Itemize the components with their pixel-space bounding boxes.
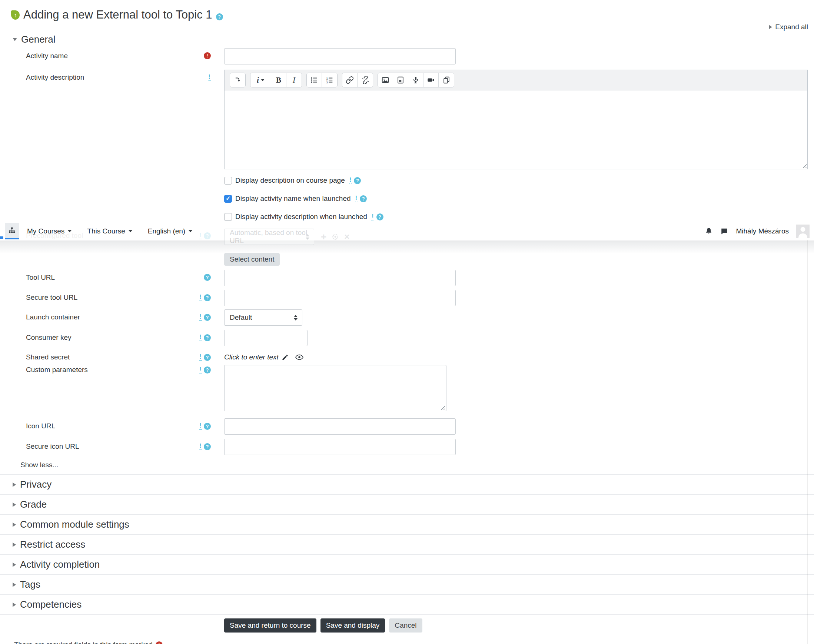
section-header-privacy[interactable]: Privacy bbox=[0, 475, 814, 495]
resize-grip[interactable] bbox=[802, 163, 806, 168]
insert-image-button[interactable] bbox=[378, 73, 393, 87]
chevron-right-icon bbox=[12, 603, 16, 607]
page: ↑ Adding a new External tool to Topic 1 … bbox=[0, 0, 814, 644]
activity-name-label: Activity name bbox=[26, 48, 198, 60]
advanced-icon: ! bbox=[349, 177, 352, 184]
expand-all-link[interactable]: Expand all bbox=[769, 23, 808, 31]
secure-icon-url-input[interactable] bbox=[224, 439, 456, 455]
editor-toolbar: i B I 123 bbox=[225, 70, 807, 90]
row-activity-name: Activity name ! bbox=[0, 48, 814, 64]
activity-description-label: Activity description bbox=[26, 70, 198, 81]
section-header-activity-completion[interactable]: Activity completion bbox=[0, 555, 814, 575]
edit-pencil-icon[interactable] bbox=[282, 354, 289, 361]
custom-parameters-textarea[interactable] bbox=[224, 365, 446, 411]
paragraph-styles-button[interactable]: i bbox=[250, 73, 271, 87]
save-and-return-button[interactable]: Save and return to course bbox=[224, 618, 316, 633]
select-content-button[interactable]: Select content bbox=[224, 253, 280, 266]
consumer-key-input[interactable] bbox=[224, 330, 308, 346]
shared-secret-value[interactable]: Click to enter text bbox=[224, 353, 279, 361]
display-description-checkbox[interactable] bbox=[224, 177, 232, 184]
chevron-right-icon bbox=[12, 543, 16, 547]
secure-tool-url-input[interactable] bbox=[224, 290, 456, 306]
show-less-link[interactable]: Show less... bbox=[20, 461, 814, 471]
checkbox-label: Display activity description when launch… bbox=[235, 213, 367, 221]
display-activity-name-checkbox[interactable] bbox=[224, 195, 232, 203]
advanced-icon: ! bbox=[199, 443, 202, 450]
chevron-right-icon bbox=[12, 563, 16, 567]
icon-url-label: Icon URL bbox=[26, 419, 198, 430]
unlink-button[interactable] bbox=[357, 73, 373, 87]
chevron-right-icon bbox=[12, 503, 16, 507]
help-icon[interactable]: ? bbox=[204, 294, 211, 301]
icon-url-input[interactable] bbox=[224, 419, 456, 435]
help-icon[interactable]: ? bbox=[204, 443, 211, 450]
editor-textarea[interactable] bbox=[225, 90, 807, 169]
tool-url-input[interactable] bbox=[224, 270, 456, 286]
delete-preconfigured-tool-icon[interactable]: × bbox=[344, 232, 350, 241]
section-header-general[interactable]: General bbox=[0, 32, 814, 46]
row-secure-icon-url: Secure icon URL !? bbox=[0, 439, 814, 455]
ordered-list-button[interactable]: 123 bbox=[322, 73, 337, 87]
help-icon[interactable]: ? bbox=[354, 177, 361, 184]
help-icon[interactable]: ? bbox=[360, 195, 367, 202]
chevron-right-icon bbox=[12, 523, 16, 527]
link-button[interactable] bbox=[342, 73, 357, 87]
chevron-right-icon bbox=[769, 25, 772, 29]
help-icon[interactable]: ? bbox=[204, 232, 211, 239]
chevron-right-icon bbox=[12, 583, 16, 587]
svg-text:3: 3 bbox=[326, 81, 328, 84]
help-icon[interactable]: ? bbox=[204, 274, 211, 281]
help-icon[interactable]: ? bbox=[216, 13, 223, 20]
chevron-down-icon bbox=[12, 38, 17, 41]
record-video-button[interactable] bbox=[423, 73, 439, 87]
row-custom-parameters: Custom parameters !? bbox=[0, 365, 814, 413]
record-audio-button[interactable] bbox=[408, 73, 423, 87]
bold-button[interactable]: B bbox=[271, 73, 287, 87]
page-title: Adding a new External tool to Topic 1 bbox=[23, 8, 212, 21]
secure-icon-url-label: Secure icon URL bbox=[26, 439, 198, 451]
section-header-competencies[interactable]: Competencies bbox=[0, 595, 814, 615]
secure-tool-url-label: Secure tool URL bbox=[26, 290, 198, 302]
unmask-eye-icon[interactable] bbox=[295, 354, 304, 360]
help-icon[interactable]: ? bbox=[204, 354, 211, 361]
preconfigured-tool-select[interactable]: Automatic, based on tool URL bbox=[224, 228, 314, 245]
page-header: ↑ Adding a new External tool to Topic 1 … bbox=[0, 0, 814, 23]
required-fields-note: There are required fields in this form m… bbox=[14, 641, 814, 644]
required-icon: ! bbox=[156, 641, 162, 644]
advanced-icon: ! bbox=[199, 422, 202, 430]
italic-button[interactable]: I bbox=[287, 73, 302, 87]
insert-media-button[interactable] bbox=[393, 73, 408, 87]
section-header-restrict-access[interactable]: Restrict access bbox=[0, 535, 814, 555]
unordered-list-button[interactable] bbox=[307, 73, 322, 87]
cancel-button[interactable]: Cancel bbox=[389, 618, 422, 633]
help-icon[interactable]: ? bbox=[204, 366, 211, 374]
help-icon[interactable]: ? bbox=[204, 423, 211, 430]
help-icon[interactable]: ? bbox=[204, 334, 211, 341]
help-icon[interactable]: ? bbox=[376, 213, 383, 221]
edit-preconfigured-tool-icon[interactable] bbox=[332, 233, 339, 241]
row-activity-description: Activity description ! i B bbox=[0, 70, 814, 169]
row-display-description: Display description on course page !? bbox=[224, 176, 814, 185]
section-header-common-module-settings[interactable]: Common module settings bbox=[0, 515, 814, 535]
collapsed-sections: Privacy Grade Common module settings Res… bbox=[0, 474, 814, 615]
shared-secret-label: Shared secret bbox=[26, 351, 198, 361]
rich-text-editor: i B I 123 bbox=[224, 70, 808, 169]
form-actions: Save and return to course Save and displ… bbox=[224, 618, 814, 633]
section-header-grade[interactable]: Grade bbox=[0, 495, 814, 515]
row-display-activity-name: Display activity name when launched !? bbox=[224, 194, 814, 204]
add-preconfigured-tool-icon[interactable]: + bbox=[321, 232, 327, 242]
row-display-activity-description: Display activity description when launch… bbox=[224, 212, 814, 222]
collapse-toolbar-button[interactable] bbox=[230, 73, 245, 87]
launch-container-select[interactable]: Default bbox=[224, 310, 302, 326]
section-header-tags[interactable]: Tags bbox=[0, 575, 814, 595]
chevron-right-icon bbox=[12, 483, 16, 487]
help-icon[interactable]: ? bbox=[204, 314, 211, 321]
custom-parameters-label: Custom parameters bbox=[26, 365, 198, 374]
consumer-key-label: Consumer key bbox=[26, 330, 198, 342]
manage-files-button[interactable] bbox=[439, 73, 454, 87]
display-activity-description-checkbox[interactable] bbox=[224, 213, 232, 221]
required-icon: ! bbox=[204, 52, 211, 59]
general-heading: General bbox=[21, 34, 55, 45]
save-and-display-button[interactable]: Save and display bbox=[320, 618, 385, 633]
activity-name-input[interactable] bbox=[224, 48, 456, 64]
